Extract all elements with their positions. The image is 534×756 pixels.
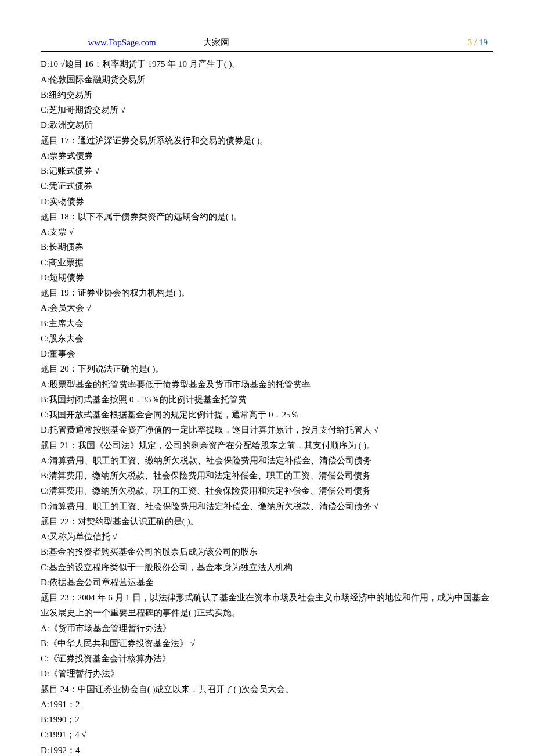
content-line: 题目 19：证券业协会的权力机构是( )。: [41, 285, 493, 300]
content-line: A:票券式债券: [41, 148, 493, 163]
content-line: C:我国开放式基金根据基金合同的规定比例计提，通常高于 0．25％: [41, 407, 493, 422]
content-line: B:记账式债券 √: [41, 163, 493, 178]
content-line: A:又称为单位信托 √: [41, 529, 493, 544]
content-line: B:1990；2: [41, 712, 493, 727]
content-line: D:托管费通常按照基金资产净值的一定比率提取，逐日计算并累计，按月支付给托管人 …: [41, 422, 493, 437]
content-line: 题目 24：中国证券业协会自( )成立以来，共召开了( )次会员大会。: [41, 682, 493, 697]
header-url-wrap: www.TopSage.com: [41, 35, 203, 50]
content-line: A:《货币市场基金管理暂行办法》: [41, 621, 493, 636]
content-line: D:依据基金公司章程营运基金: [41, 575, 493, 590]
content-line: D:1992；4: [41, 743, 493, 757]
page-header: www.TopSage.com 大家网 3 / 19: [41, 35, 493, 52]
content-line: A:会员大会 √: [41, 300, 493, 315]
content-line: C:清算费用、缴纳所欠税款、职工的工资、社会保险费用和法定补偿金、清偿公司债务: [41, 483, 493, 498]
content-line: B:清算费用、缴纳所欠税款、社会保险费用和法定补偿金、职工的工资、清偿公司债务: [41, 468, 493, 483]
content-line: D:《管理暂行办法》: [41, 666, 493, 681]
content-line: A:1991；2: [41, 697, 493, 712]
content-line: B:纽约交易所: [41, 87, 493, 102]
content-line: C:1991；4 √: [41, 727, 493, 742]
content-line: A:伦敦国际金融期货交易所: [41, 72, 493, 87]
content-line: 题目 20：下列说法正确的是( )。: [41, 361, 493, 376]
header-page-indicator: 3 / 19: [447, 35, 493, 50]
content-line: 题目 17：通过沪深证券交易所系统发行和交易的债券是( )。: [41, 133, 493, 148]
document-content: D:10 √题目 16：利率期货于 1975 年 10 月产生于( )。 A:伦…: [41, 56, 493, 756]
content-line: A:股票型基金的托管费率要低于债券型基金及货币市场基金的托管费率: [41, 377, 493, 392]
content-line: 题目 22：对契约型基金认识正确的是( )。: [41, 514, 493, 529]
content-line: B:我国封闭式基金按照 0．33％的比例计提基金托管费: [41, 392, 493, 407]
content-line: 题目 23：2004 年 6 月 1 日，以法律形式确认了基金业在资本市场及社会…: [41, 590, 493, 621]
content-line: 题目 21：我国《公司法》规定，公司的剩余资产在分配给股东之前，其支付顺序为 (…: [41, 438, 493, 453]
content-line: B:长期债券: [41, 239, 493, 254]
content-line: C:股东大会: [41, 331, 493, 346]
content-line: A:支票 √: [41, 224, 493, 239]
content-line: D:短期债券: [41, 270, 493, 285]
content-line: A:清算费用、职工的工资、缴纳所欠税款、社会保险费用和法定补偿金、清偿公司债务: [41, 453, 493, 468]
header-site-name: 大家网: [203, 35, 447, 50]
page-sep: /: [472, 38, 479, 47]
content-line: D:清算费用、职工的工资、社会保险费用和法定补偿金、缴纳所欠税款、清偿公司债务 …: [41, 499, 493, 514]
header-url-link[interactable]: www.TopSage.com: [88, 38, 156, 47]
content-line: C:凭证式债券: [41, 178, 493, 193]
content-line: D:董事会: [41, 346, 493, 361]
content-line: D:欧洲交易所: [41, 117, 493, 132]
content-line: C:芝加哥期货交易所 √: [41, 102, 493, 117]
content-line: D:10 √题目 16：利率期货于 1975 年 10 月产生于( )。: [41, 56, 493, 71]
content-line: B:主席大会: [41, 316, 493, 331]
content-line: D:实物债券: [41, 194, 493, 209]
page-total: 19: [479, 38, 488, 47]
content-line: 题目 18：以下不属于债券类资产的远期合约的是( )。: [41, 209, 493, 224]
content-line: C:《证券投资基金会计核算办法》: [41, 651, 493, 666]
content-line: C:商业票据: [41, 255, 493, 270]
content-line: B:《中华人民共和国证券投资基金法》 √: [41, 636, 493, 651]
content-line: B:基金的投资者购买基金公司的股票后成为该公司的股东: [41, 544, 493, 559]
content-line: C:基金的设立程序类似于一般股份公司，基金本身为独立法人机构: [41, 560, 493, 575]
